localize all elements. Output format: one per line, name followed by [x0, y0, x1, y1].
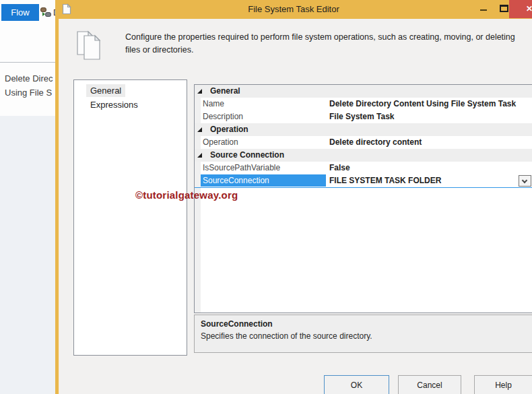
chevron-down-icon — [522, 178, 527, 183]
property-label: Operation — [203, 136, 324, 148]
property-value[interactable]: File System Task — [329, 110, 530, 123]
grid-category-row[interactable]: General — [195, 85, 532, 98]
expander-icon[interactable] — [197, 89, 202, 94]
grid-property-row[interactable]: IsSourcePathVariableFalse — [195, 162, 532, 174]
nav-item-general[interactable]: General — [86, 84, 125, 97]
dropdown-button[interactable] — [519, 175, 531, 187]
dialog-title: File System Task Editor — [55, 0, 532, 19]
expander-icon[interactable] — [197, 127, 202, 132]
dialog-description: Configure the properties required to per… — [125, 31, 517, 57]
grid-category-row[interactable]: Operation — [195, 123, 532, 136]
property-label: IsSourcePathVariable — [203, 162, 324, 174]
grid-property-row[interactable]: OperationDelete directory content — [195, 136, 532, 149]
property-label: Name — [203, 98, 324, 110]
property-value[interactable]: False — [329, 162, 530, 174]
grid-property-row[interactable]: DescriptionFile System Task — [195, 110, 532, 123]
pages-icon — [75, 30, 104, 65]
ok-button[interactable]: OK — [324, 375, 389, 394]
data-flow-icon — [40, 7, 52, 18]
grid-property-row[interactable]: SourceConnectionFILE SYSTEM TASK FOLDER — [195, 174, 532, 188]
nav-panel: General Expressions — [73, 79, 187, 356]
property-label: Description — [203, 110, 324, 123]
task-shape-label[interactable]: Delete Direc Using File S — [5, 71, 59, 100]
property-help-panel: SourceConnection Specifies the connectio… — [194, 315, 532, 353]
divider — [0, 62, 56, 63]
property-value[interactable]: FILE SYSTEM TASK FOLDER — [329, 174, 530, 187]
close-icon: ✕ — [526, 4, 532, 13]
close-button[interactable]: ✕ — [509, 0, 532, 18]
category-label: General — [210, 85, 240, 97]
property-grid-rows: GeneralNameDelete Directory Content Usin… — [195, 85, 532, 188]
nav-item-expressions[interactable]: Expressions — [86, 98, 142, 111]
help-property-description: Specifies the connection of the source d… — [201, 331, 527, 341]
file-system-task-editor-dialog: File System Task Editor ✕ Configure the … — [55, 0, 532, 394]
grid-property-row[interactable]: NameDelete Directory Content Using File … — [195, 98, 532, 110]
cancel-button[interactable]: Cancel — [398, 375, 461, 394]
task-label-line2: Using File S — [5, 86, 59, 100]
property-value[interactable]: Delete Directory Content Using File Syst… — [329, 98, 530, 110]
help-button[interactable]: Help — [474, 375, 532, 394]
task-label-line1: Delete Direc — [5, 71, 59, 86]
property-grid: GeneralNameDelete Directory Content Usin… — [194, 84, 532, 313]
property-value[interactable]: Delete directory content — [329, 136, 530, 148]
help-property-name: SourceConnection — [201, 319, 527, 329]
grid-category-row[interactable]: Source Connection — [195, 149, 532, 162]
minimize-button[interactable] — [474, 0, 493, 18]
watermark: ©tutorialgateway.org — [135, 189, 238, 201]
category-label: Operation — [210, 123, 248, 135]
screen: Flow Da Delete Direc Using File S File S… — [0, 0, 532, 394]
titlebar[interactable]: File System Task Editor ✕ — [55, 0, 532, 19]
designer-canvas-lower — [0, 116, 56, 394]
dialog-body: Configure the properties required to per… — [59, 19, 532, 394]
tab-control-flow[interactable]: Flow — [1, 4, 39, 21]
expander-icon[interactable] — [197, 153, 202, 158]
property-label: SourceConnection — [201, 174, 326, 187]
category-label: Source Connection — [210, 149, 284, 161]
